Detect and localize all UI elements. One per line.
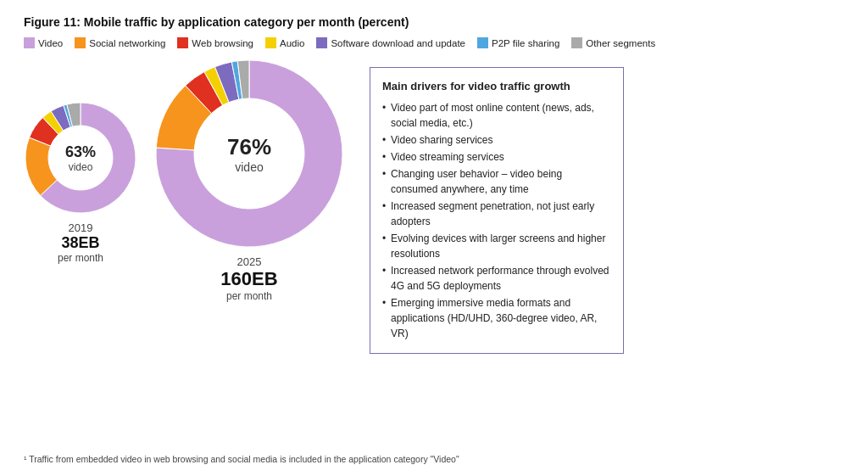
info-bullet: Emerging immersive media formats and app… [382, 295, 611, 341]
legend-swatch [316, 37, 327, 48]
page: Figure 11: Mobile traffic by application… [0, 0, 868, 476]
legend-item: Other segments [571, 37, 655, 48]
small-chart-year: 2019 [58, 221, 103, 234]
small-chart-wrapper: 63% video 2019 38EB per month [24, 101, 137, 264]
legend-label: Software download and update [331, 38, 465, 48]
info-bullet: Video streaming services [382, 149, 611, 165]
info-bullet: Evolving devices with larger screens and… [382, 231, 611, 261]
legend-item: Video [24, 37, 63, 48]
legend-item: Social networking [75, 37, 165, 48]
legend-item: Software download and update [316, 37, 465, 48]
small-chart-per-month: per month [58, 252, 103, 264]
legend-label: Video [38, 38, 63, 48]
legend-label: P2P file sharing [492, 38, 559, 48]
legend-label: Web browsing [192, 38, 253, 48]
legend-swatch [24, 37, 35, 48]
legend-swatch [477, 37, 488, 48]
large-donut-container: 76% video [154, 59, 344, 249]
info-bullet: Changing user behavior – video being con… [382, 166, 611, 197]
large-donut-svg [154, 59, 344, 249]
small-chart-eb: 38EB [58, 234, 103, 252]
legend-swatch [265, 37, 276, 48]
page-title: Figure 11: Mobile traffic by application… [24, 15, 844, 29]
info-box-title: Main drivers for video traffic growth [382, 78, 611, 95]
info-bullet: Increased network performance through ev… [382, 263, 611, 294]
legend-swatch [571, 37, 582, 48]
large-chart-meta: 2025 160EB per month [220, 255, 277, 302]
legend-label: Social networking [89, 38, 165, 48]
legend-label: Audio [280, 38, 304, 48]
footnote: ¹ Traffic from embedded video in web bro… [24, 454, 459, 464]
large-chart-eb: 160EB [220, 268, 277, 290]
info-bullet: Video sharing services [382, 132, 611, 148]
info-box: Main drivers for video traffic growth Vi… [370, 67, 624, 354]
info-bullet: Increased segment penetration, not just … [382, 199, 611, 229]
legend-swatch [177, 37, 188, 48]
legend-label: Other segments [586, 38, 655, 48]
charts-area: 63% video 2019 38EB per month 76% video … [24, 59, 844, 354]
legend: VideoSocial networkingWeb browsingAudioS… [24, 37, 844, 48]
large-chart-year: 2025 [220, 255, 277, 268]
legend-swatch [75, 37, 86, 48]
legend-item: Audio [265, 37, 304, 48]
large-chart-per-month: per month [220, 290, 277, 302]
info-bullet: Video part of most online content (news,… [382, 100, 611, 131]
small-donut-container: 63% video [24, 101, 137, 215]
legend-item: P2P file sharing [477, 37, 559, 48]
small-donut-svg [24, 101, 137, 215]
small-chart-meta: 2019 38EB per month [58, 221, 103, 264]
info-box-list: Video part of most online content (news,… [382, 100, 611, 341]
large-chart-wrapper: 76% video 2025 160EB per month [154, 59, 344, 302]
legend-item: Web browsing [177, 37, 253, 48]
